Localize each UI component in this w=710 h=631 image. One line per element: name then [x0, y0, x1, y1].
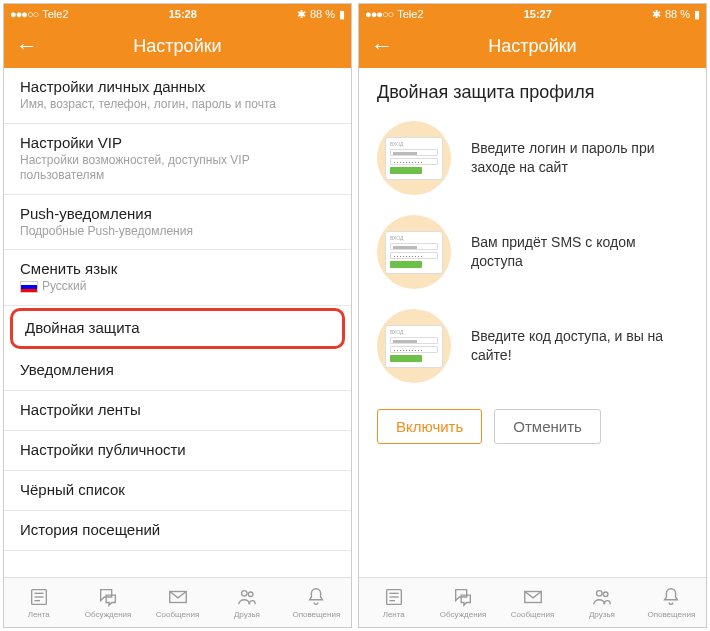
- signal-icon: ●●●○○: [365, 8, 393, 20]
- feed-icon: [383, 586, 405, 608]
- bluetooth-icon: ✱: [297, 8, 306, 21]
- left-phone: ●●●○○ Tele2 15:28 ✱ 88 % ▮ ← Настройки Н…: [3, 3, 352, 628]
- two-factor-content: Двойная защита профиля вход Введите логи…: [359, 68, 706, 577]
- tab-alerts[interactable]: Оповещения: [282, 578, 351, 627]
- tabbar: Лента Обсуждения Сообщения Друзья Оповещ…: [4, 577, 351, 627]
- row-two-factor[interactable]: Двойная защита: [10, 308, 345, 349]
- tab-friends[interactable]: Друзья: [212, 578, 281, 627]
- tab-alerts[interactable]: Оповещения: [637, 578, 706, 627]
- status-bar: ●●●○○ Tele2 15:28 ✱ 88 % ▮: [4, 4, 351, 24]
- tab-discussions[interactable]: Обсуждения: [73, 578, 142, 627]
- feed-icon: [28, 586, 50, 608]
- tab-messages[interactable]: Сообщения: [143, 578, 212, 627]
- row-feed-settings[interactable]: Настройки ленты: [4, 391, 351, 431]
- tab-feed[interactable]: Лента: [359, 578, 428, 627]
- svg-point-13: [603, 592, 608, 597]
- row-history[interactable]: История посещений: [4, 511, 351, 551]
- bell-icon: [660, 586, 682, 608]
- tab-feed[interactable]: Лента: [4, 578, 73, 627]
- nav-title: Настройки: [488, 36, 576, 57]
- login-card-icon: вход: [377, 215, 451, 289]
- clock-label: 15:28: [169, 8, 197, 20]
- login-card-icon: вход: [377, 121, 451, 195]
- carrier-label: Tele2: [42, 8, 68, 20]
- mail-icon: [522, 586, 544, 608]
- cancel-button[interactable]: Отменить: [494, 409, 601, 444]
- battery-label: 88 %: [665, 8, 690, 20]
- row-notifications[interactable]: Уведомления: [4, 351, 351, 391]
- row-blacklist[interactable]: Чёрный список: [4, 471, 351, 511]
- row-privacy[interactable]: Настройки публичности: [4, 431, 351, 471]
- tab-friends[interactable]: Друзья: [567, 578, 636, 627]
- status-bar: ●●●○○ Tele2 15:27 ✱ 88 % ▮: [359, 4, 706, 24]
- friends-icon: [236, 586, 258, 608]
- row-push[interactable]: Push-уведомления Подробные Push-уведомле…: [4, 195, 351, 251]
- row-language[interactable]: Сменить язык Русский: [4, 250, 351, 306]
- step-2: вход Вам придёт SMS с кодом доступа: [359, 205, 706, 299]
- clock-label: 15:27: [524, 8, 552, 20]
- row-personal[interactable]: Настройки личных данных Имя, возраст, те…: [4, 68, 351, 124]
- nav-bar: ← Настройки: [359, 24, 706, 68]
- back-icon[interactable]: ←: [16, 35, 38, 57]
- chat-icon: [452, 586, 474, 608]
- chat-icon: [97, 586, 119, 608]
- action-row: Включить Отменить: [359, 393, 706, 460]
- bell-icon: [305, 586, 327, 608]
- svg-point-5: [241, 591, 247, 597]
- login-card-icon: вход: [377, 309, 451, 383]
- step-3: вход Введите код доступа, и вы на сайте!: [359, 299, 706, 393]
- right-phone: ●●●○○ Tele2 15:27 ✱ 88 % ▮ ← Настройки Д…: [358, 3, 707, 628]
- bluetooth-icon: ✱: [652, 8, 661, 21]
- step-1: вход Введите логин и пароль при заходе н…: [359, 111, 706, 205]
- svg-point-6: [248, 592, 253, 597]
- mail-icon: [167, 586, 189, 608]
- settings-list[interactable]: Настройки личных данных Имя, возраст, те…: [4, 68, 351, 577]
- battery-label: 88 %: [310, 8, 335, 20]
- nav-bar: ← Настройки: [4, 24, 351, 68]
- tabbar: Лента Обсуждения Сообщения Друзья Оповещ…: [359, 577, 706, 627]
- signal-icon: ●●●○○: [10, 8, 38, 20]
- friends-icon: [591, 586, 613, 608]
- tab-discussions[interactable]: Обсуждения: [428, 578, 497, 627]
- page-title: Двойная защита профиля: [359, 68, 706, 111]
- flag-ru-icon: [20, 281, 38, 293]
- back-icon[interactable]: ←: [371, 35, 393, 57]
- battery-icon: ▮: [694, 8, 700, 21]
- row-vip[interactable]: Настройки VIP Настройки возможностей, до…: [4, 124, 351, 195]
- tab-messages[interactable]: Сообщения: [498, 578, 567, 627]
- nav-title: Настройки: [133, 36, 221, 57]
- enable-button[interactable]: Включить: [377, 409, 482, 444]
- carrier-label: Tele2: [397, 8, 423, 20]
- battery-icon: ▮: [339, 8, 345, 21]
- svg-point-12: [596, 591, 602, 597]
